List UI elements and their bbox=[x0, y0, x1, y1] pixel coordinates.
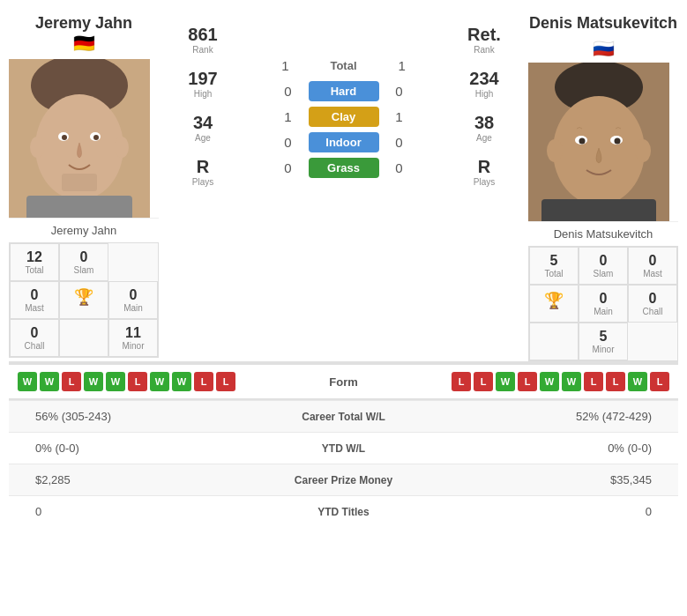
left-chall-cell: 0 Chall bbox=[10, 319, 59, 357]
left-player-name: Jeremy Jahn bbox=[9, 218, 159, 242]
right-form-badge-3: W bbox=[496, 372, 515, 391]
svg-point-19 bbox=[635, 139, 651, 162]
center-match-area: 861 Rank 197 High 34 Age R Plays bbox=[159, 9, 528, 361]
right-plays-val: R bbox=[474, 157, 495, 177]
left-total-cell: 12 Total bbox=[10, 243, 59, 281]
right-flag: 🇷🇺 bbox=[528, 38, 678, 59]
total-right-num: 1 bbox=[389, 58, 415, 73]
right-minor-cell: 5 Minor bbox=[579, 323, 628, 360]
right-empty-cell bbox=[529, 323, 579, 360]
left-rank-lbl: Rank bbox=[188, 45, 217, 55]
left-high-lbl: High bbox=[188, 89, 217, 99]
stats-table: 56% (305-243) Career Total W/L 52% (472-… bbox=[9, 400, 678, 527]
right-rank-lbl: Rank bbox=[467, 45, 501, 55]
right-form-badge-7: L bbox=[584, 372, 603, 391]
right-high-lbl: High bbox=[469, 89, 498, 99]
career-wl-row: 56% (305-243) Career Total W/L 52% (472-… bbox=[9, 401, 678, 433]
right-player-card: Denis Matsukevitch 🇷🇺 bbox=[528, 9, 678, 361]
right-form-badge-4: L bbox=[518, 372, 537, 391]
right-player-name-top: Denis Matsukevitch bbox=[528, 9, 678, 38]
right-form-badge-8: L bbox=[606, 372, 625, 391]
right-player-photo bbox=[528, 63, 669, 221]
indoor-btn: Indoor bbox=[309, 132, 379, 152]
left-high-val: 197 bbox=[188, 69, 217, 89]
right-slam-cell: 0 Slam bbox=[579, 247, 628, 285]
left-form-badge-6: L bbox=[128, 372, 147, 391]
svg-point-17 bbox=[615, 138, 621, 145]
hard-btn: Hard bbox=[309, 81, 379, 101]
left-main-cell: 0 Main bbox=[108, 281, 158, 319]
right-rank-val: Ret. bbox=[467, 25, 501, 45]
left-slam-cell: 0 Slam bbox=[59, 243, 108, 281]
left-form-badge-8: W bbox=[172, 372, 191, 391]
right-chall-cell: 0 Chall bbox=[628, 285, 677, 323]
left-form-badge-9: L bbox=[194, 372, 213, 391]
left-plays-val: R bbox=[192, 157, 213, 177]
left-minor-cell: 11 Minor bbox=[108, 319, 158, 357]
clay-row: 1 Clay 1 bbox=[275, 107, 413, 127]
ytd-titles-row: 0 YTD Titles 0 bbox=[9, 496, 678, 528]
prize-label: Career Prize Money bbox=[228, 464, 459, 496]
left-form-badge-1: W bbox=[18, 372, 37, 391]
left-form-badge-4: W bbox=[84, 372, 103, 391]
svg-point-18 bbox=[547, 139, 563, 162]
left-form-badge-10: L bbox=[216, 372, 235, 391]
left-player-card: Jeremy Jahn🇩🇪 bbox=[9, 9, 159, 361]
right-total-cell: 5 Total bbox=[529, 247, 579, 285]
right-trophy-icon: 🏆 bbox=[532, 291, 576, 310]
left-prize: $2,285 bbox=[9, 464, 228, 496]
svg-rect-20 bbox=[541, 199, 656, 221]
left-plays-lbl: Plays bbox=[192, 177, 213, 187]
right-form-badges: L L W L W W L L W L bbox=[397, 372, 670, 391]
right-form-badge-2: L bbox=[474, 372, 493, 391]
left-center-stats: 861 Rank 197 High 34 Age R Plays bbox=[159, 18, 247, 194]
right-ytd-wl: 0% (0-0) bbox=[459, 433, 678, 464]
ytd-titles-label: YTD Titles bbox=[228, 496, 459, 528]
right-player-name: Denis Matsukevitch bbox=[528, 221, 678, 246]
ytd-wl-row: 0% (0-0) YTD W/L 0% (0-0) bbox=[9, 433, 678, 464]
left-rank-val: 861 bbox=[188, 25, 217, 45]
left-mast-cell: 0 Mast bbox=[10, 281, 59, 319]
right-form-badge-5: W bbox=[540, 372, 559, 391]
hard-row: 0 Hard 0 bbox=[275, 81, 413, 101]
right-form-badge-10: L bbox=[650, 372, 669, 391]
right-prize: $35,345 bbox=[459, 464, 678, 496]
total-label: Total bbox=[305, 56, 381, 76]
left-player-name-top: Jeremy Jahn🇩🇪 bbox=[9, 9, 159, 59]
surfaces-section: 1 Total 1 0 Hard 0 1 Clay 1 bbox=[247, 18, 440, 181]
right-player-stats: 5 Total 0 Slam 0 Mast 🏆 0 Main bbox=[528, 246, 678, 361]
right-form-badge-6: W bbox=[562, 372, 581, 391]
left-player-stats: 12 Total 0 Slam 0 Mast 🏆 0 Main bbox=[9, 242, 159, 358]
total-row: 1 Total 1 bbox=[272, 56, 414, 76]
right-form-badge-9: W bbox=[628, 372, 647, 391]
total-left-num: 1 bbox=[272, 58, 298, 73]
left-age-lbl: Age bbox=[193, 133, 213, 143]
clay-btn: Clay bbox=[309, 107, 379, 127]
svg-point-6 bbox=[93, 135, 99, 140]
svg-point-8 bbox=[115, 137, 129, 158]
left-empty-cell bbox=[59, 319, 108, 357]
svg-rect-10 bbox=[62, 174, 97, 191]
grass-btn: Grass bbox=[309, 158, 379, 178]
left-age-val: 34 bbox=[193, 113, 213, 133]
left-form-badge-5: W bbox=[106, 372, 125, 391]
right-age-val: 38 bbox=[474, 113, 494, 133]
right-form-badge-1: L bbox=[452, 372, 471, 391]
right-ytd-titles: 0 bbox=[459, 496, 678, 528]
left-ytd-titles: 0 bbox=[9, 496, 228, 528]
right-trophy-cell: 🏆 bbox=[529, 285, 579, 323]
left-form-badge-3: L bbox=[62, 372, 81, 391]
svg-point-16 bbox=[579, 138, 586, 145]
right-high-val: 234 bbox=[469, 69, 498, 89]
right-main-cell: 0 Main bbox=[579, 285, 628, 323]
svg-point-5 bbox=[62, 135, 67, 140]
right-plays-lbl: Plays bbox=[474, 177, 495, 187]
left-form-badge-7: W bbox=[150, 372, 169, 391]
players-section: Jeremy Jahn🇩🇪 bbox=[9, 9, 678, 361]
left-form-badges: W W L W W L W W L L bbox=[18, 372, 291, 391]
left-trophy-cell: 🏆 bbox=[59, 281, 108, 319]
svg-point-7 bbox=[30, 137, 44, 158]
right-age-lbl: Age bbox=[474, 133, 494, 143]
left-trophy-icon: 🏆 bbox=[62, 287, 106, 307]
right-career-wl: 52% (472-429) bbox=[459, 401, 678, 433]
